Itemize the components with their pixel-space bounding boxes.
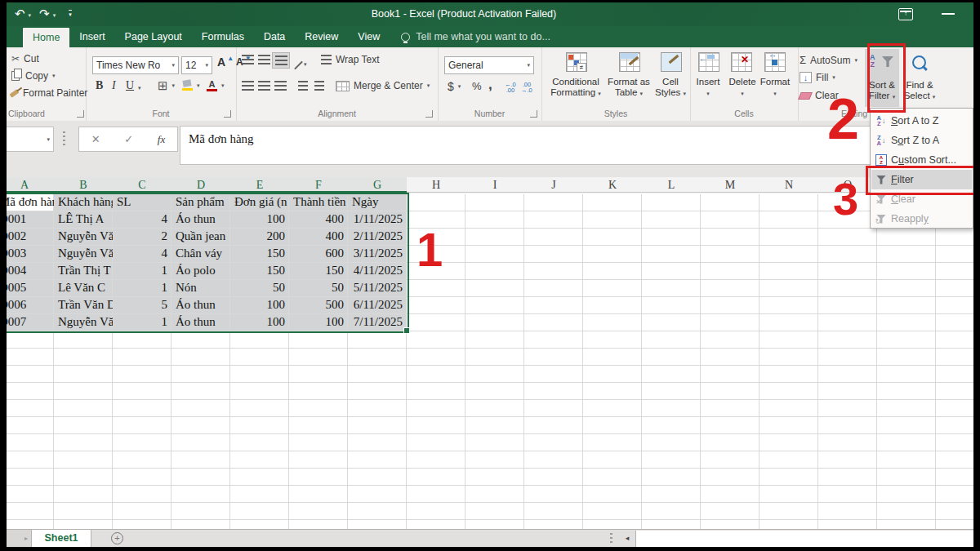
cell-F3[interactable]: 400 — [289, 228, 348, 245]
cell-B5[interactable]: Trần Thị T — [54, 262, 113, 279]
redo-dropdown-icon[interactable]: ▾ — [53, 12, 56, 19]
grow-font-button[interactable]: A▲ — [217, 56, 234, 69]
cell-A6[interactable]: D005 — [7, 279, 54, 296]
cell-A3[interactable]: D002 — [7, 228, 54, 245]
autosum-button[interactable]: Σ AutoSum ▾ — [800, 54, 858, 66]
cell-F8[interactable]: 100 — [289, 313, 348, 331]
redo-icon[interactable]: ↷ — [39, 6, 50, 22]
cell-B7[interactable]: Trần Văn D — [54, 296, 113, 313]
ribbon-tab-view[interactable]: View — [348, 26, 390, 47]
conditional-formatting-button[interactable]: Conditional Formatting ▾ — [545, 77, 607, 99]
font-name-select[interactable]: Times New Ro ▾ — [92, 56, 179, 74]
cell-B2[interactable]: LÊ Thị A — [54, 211, 113, 228]
percent-button[interactable]: % — [472, 80, 482, 92]
underline-button[interactable]: U — [126, 79, 134, 92]
tab-splitter-handle[interactable] — [610, 533, 612, 544]
column-header-H[interactable]: H — [407, 177, 466, 193]
ribbon-display-options-icon[interactable]: ↑ — [898, 8, 913, 20]
delete-cells-button[interactable]: Delete ▾ — [724, 77, 760, 99]
cell-B3[interactable]: Nguyễn Văn B — [54, 228, 113, 245]
cell-C4[interactable]: 4 — [113, 245, 172, 262]
column-header-N[interactable]: N — [760, 177, 819, 193]
menu-item-sort-z-to-a[interactable]: ZA↓Sort Z to A — [871, 131, 972, 150]
cell-E6[interactable]: 50 — [230, 279, 289, 296]
cell-E8[interactable]: 100 — [230, 313, 289, 331]
confirm-entry-icon[interactable]: ✓ — [124, 133, 133, 145]
cell-G5[interactable]: 4/11/2025 — [348, 262, 407, 279]
cell-E3[interactable]: 200 — [230, 228, 289, 245]
find-select-button[interactable]: Find & Select ▾ — [902, 49, 938, 107]
align-bottom-button[interactable] — [272, 52, 290, 69]
cell-C2[interactable]: 4 — [113, 211, 172, 228]
cell-B8[interactable]: Nguyễn Văn B — [54, 313, 113, 331]
cell-G1[interactable]: Ngày — [348, 193, 407, 211]
format-cells-button[interactable]: Format ▾ — [757, 77, 793, 99]
tell-me-box[interactable]: Tell me what you want to do... — [401, 26, 550, 47]
align-right-button[interactable] — [272, 78, 288, 93]
number-dialog-launcher-icon[interactable] — [530, 110, 537, 118]
cell-D1[interactable]: Sản phẩm — [172, 193, 230, 211]
format-as-table-button[interactable]: Format as Table ▾ — [604, 77, 654, 99]
sheet-tab-sheet1[interactable]: Sheet1 — [31, 530, 91, 547]
align-center-button[interactable] — [256, 78, 272, 93]
ribbon-tab-insert[interactable]: Insert — [69, 26, 114, 47]
bold-button[interactable]: B — [96, 79, 103, 92]
orientation-button[interactable]: ▾ — [293, 57, 307, 69]
cell-F7[interactable]: 500 — [289, 296, 348, 313]
worksheet[interactable]: ABCDEFGHIJKLMNOPQ Mã đơn hàngKhách hàngS… — [7, 177, 973, 529]
minimize-button[interactable] — [942, 13, 955, 15]
cell-B1[interactable]: Khách hàng — [54, 193, 113, 211]
align-left-button[interactable] — [239, 78, 256, 93]
cell-C1[interactable]: SL — [113, 193, 172, 211]
cell-E7[interactable]: 100 — [230, 296, 289, 313]
new-sheet-icon[interactable]: + — [111, 532, 123, 544]
cell-F5[interactable]: 150 — [289, 262, 348, 279]
cell-F6[interactable]: 50 — [289, 279, 348, 296]
align-middle-button[interactable] — [256, 52, 272, 67]
fill-color-button[interactable]: ▾ — [182, 80, 200, 91]
cell-E5[interactable]: 150 — [230, 262, 289, 279]
underline-dropdown-icon[interactable]: ▾ — [138, 85, 141, 91]
cancel-entry-icon[interactable]: ✕ — [91, 133, 100, 145]
cell-C3[interactable]: 2 — [113, 228, 172, 245]
column-header-J[interactable]: J — [524, 177, 584, 193]
decrease-indent-button[interactable] — [295, 78, 311, 93]
cell-styles-button[interactable]: Cell Styles ▾ — [649, 77, 692, 99]
align-top-button[interactable] — [239, 52, 256, 67]
column-header-E[interactable]: E — [230, 177, 290, 193]
ribbon-tab-page-layout[interactable]: Page Layout — [115, 26, 192, 47]
merge-center-button[interactable]: Merge & Center ▾ — [336, 80, 430, 91]
cut-button[interactable]: ✂ Cut — [11, 53, 39, 64]
cell-D2[interactable]: Áo thun — [172, 211, 230, 228]
cell-C6[interactable]: 1 — [113, 279, 172, 296]
undo-dropdown-icon[interactable]: ▾ — [29, 12, 32, 19]
cell-F1[interactable]: Thành tiền — [289, 193, 348, 211]
ribbon-tab-formulas[interactable]: Formulas — [192, 26, 254, 47]
sheet-nav-arrows[interactable]: ▸ — [7, 530, 31, 547]
cell-A4[interactable]: D003 — [7, 245, 54, 262]
cell-G6[interactable]: 5/11/2025 — [348, 279, 407, 296]
cell-G8[interactable]: 7/11/2025 — [348, 313, 407, 331]
cell-A5[interactable]: D004 — [7, 262, 54, 279]
cell-D6[interactable]: Nón — [172, 279, 230, 296]
cell-D5[interactable]: Áo polo — [172, 262, 230, 279]
fill-button[interactable]: ↓ Fill ▾ — [800, 72, 835, 83]
font-dialog-launcher-icon[interactable] — [224, 110, 231, 118]
decrease-decimal-icon[interactable]: .00→.0 — [521, 82, 532, 93]
insert-function-icon[interactable]: fx — [158, 133, 165, 146]
column-header-K[interactable]: K — [583, 177, 643, 193]
cell-A1[interactable]: Mã đơn hàng — [7, 193, 54, 211]
column-header-I[interactable]: I — [466, 177, 525, 193]
font-size-select[interactable]: 12 ▾ — [181, 56, 212, 74]
column-header-L[interactable]: L — [642, 177, 702, 193]
menu-item-sort-a-to-z[interactable]: AZ↓Sort A to Z — [871, 111, 972, 131]
column-header-B[interactable]: B — [54, 177, 114, 193]
number-format-select[interactable]: General ▾ — [444, 56, 534, 74]
clipboard-dialog-launcher-icon[interactable] — [77, 110, 84, 118]
cell-D7[interactable]: Áo thun — [172, 296, 230, 313]
cell-C8[interactable]: 1 — [113, 313, 172, 331]
ribbon-tab-home[interactable]: Home — [23, 28, 69, 47]
ribbon-tab-data[interactable]: Data — [254, 26, 295, 47]
cell-C5[interactable]: 1 — [113, 262, 172, 279]
column-header-G[interactable]: G — [348, 177, 408, 193]
